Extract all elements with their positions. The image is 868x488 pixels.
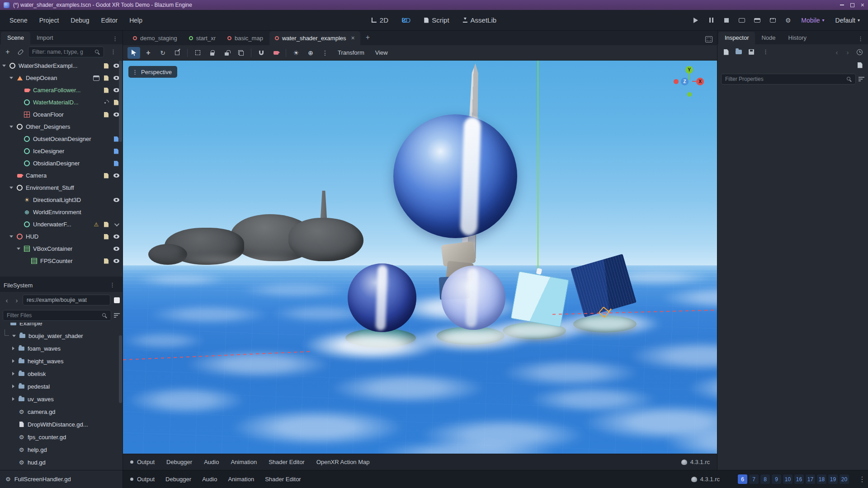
box-select-button[interactable] [191, 47, 204, 59]
visibility-eye-icon[interactable] [113, 258, 120, 265]
preview-environment-button[interactable]: ⊕ [304, 47, 317, 59]
file-row[interactable]: uv_waves [0, 393, 123, 405]
scene-node-row[interactable]: IceDesigner [0, 145, 123, 157]
filter-files-input[interactable] [3, 310, 111, 321]
file-row[interactable]: ⚙hud.gd [0, 456, 123, 469]
scene-node-row[interactable]: VBoxContainer [0, 243, 123, 255]
expand-arrow[interactable] [9, 187, 14, 189]
expand-arrow[interactable] [11, 359, 15, 363]
viewport-options-button[interactable]: ⋮ [319, 47, 331, 59]
3d-viewport[interactable]: ⋮ Perspective Y X Z [123, 61, 717, 454]
bottom-panel-tab-openxr-action-map[interactable]: OpenXR Action Map [316, 459, 370, 465]
menu-editor[interactable]: Editor [96, 14, 123, 26]
scene-tab-demo_staging[interactable]: demo_staging [127, 32, 183, 45]
tool-script-icon[interactable] [113, 160, 120, 167]
scale-tool-button[interactable] [171, 47, 184, 59]
page-button[interactable]: 17 [806, 474, 815, 484]
file-row[interactable]: DropWithDistance.gd... [0, 418, 123, 431]
bottom-panel-tab-shader-editor[interactable]: Shader Editor [269, 459, 305, 465]
page-button[interactable]: 20 [840, 474, 849, 484]
mode-assetlib[interactable]: AssetLib [458, 14, 501, 27]
expand-arrow[interactable] [2, 65, 6, 67]
property-options-icon[interactable] [859, 77, 864, 82]
tool-script-icon[interactable] [113, 148, 120, 155]
statusbar-tab-debugger[interactable]: Debugger [165, 476, 191, 483]
mode-2d[interactable]: 2D [367, 14, 393, 27]
x-axis-ball[interactable]: X [696, 78, 704, 85]
scene-node-row[interactable]: CameraFollower... [0, 84, 123, 96]
unlock-node-button[interactable] [220, 47, 233, 59]
expand-arrow[interactable] [16, 248, 21, 250]
statusbar-tab-audio[interactable]: Audio [202, 476, 217, 483]
file-row[interactable]: ⚙camera.gd [0, 405, 123, 418]
bottom-panel-tab-debugger[interactable]: Debugger [166, 459, 192, 465]
menu-debug[interactable]: Debug [66, 14, 94, 26]
scene-node-row[interactable]: WaterMaterialD... [0, 96, 123, 108]
file-row[interactable]: pedestal [0, 380, 123, 393]
expand-arrow[interactable] [11, 385, 15, 388]
instance-scene-button[interactable] [15, 47, 25, 57]
statusbar-options-button[interactable]: ⋮ [856, 470, 868, 488]
dock-options-button[interactable]: ⋮ [108, 34, 122, 44]
file-row[interactable]: boujie_water_shader [0, 329, 123, 342]
lock-node-button[interactable] [206, 47, 218, 59]
dock-options-button[interactable]: ⋮ [854, 34, 867, 44]
page-button[interactable]: 9 [772, 474, 781, 484]
scene-node-row[interactable]: Other_Designers [0, 121, 123, 133]
page-button[interactable]: 8 [760, 474, 770, 484]
history-button[interactable] [854, 47, 864, 57]
neg-x-axis-ball[interactable] [674, 79, 679, 84]
tab-history[interactable]: History [782, 32, 813, 44]
visibility-eye-icon[interactable] [113, 245, 120, 253]
script-icon[interactable] [103, 172, 110, 179]
scene-tab-start_xr[interactable]: start_xr [184, 32, 221, 45]
menu-help[interactable]: Help [124, 14, 147, 26]
filesystem-scrollbar[interactable] [119, 335, 122, 403]
renderer-dropdown[interactable]: Default ▾ [832, 15, 863, 26]
script-icon[interactable] [103, 62, 110, 70]
script-icon[interactable] [103, 111, 110, 118]
menu-scene[interactable]: Scene [5, 14, 33, 26]
view-menu[interactable]: View [371, 47, 392, 58]
load-resource-button[interactable] [734, 47, 744, 57]
script-panel-item[interactable]: ⚙ FullScreenHandler.gd [0, 470, 123, 488]
scene-tab-basic_map[interactable]: basic_map [222, 32, 269, 45]
remote-debug-button[interactable] [736, 15, 748, 26]
resource-options-button[interactable]: ⋮ [759, 47, 772, 57]
statusbar-tab-animation[interactable]: Animation [228, 476, 254, 483]
neg-y-axis-ball[interactable] [687, 92, 692, 97]
scene-node-row[interactable]: ObsidianDesigner [0, 157, 123, 169]
scene-node-row[interactable]: DeepOcean [0, 72, 123, 84]
tab-inspector[interactable]: Inspector [718, 32, 755, 44]
expand-arrow[interactable] [9, 77, 14, 79]
history-forward-button[interactable]: › [844, 47, 852, 57]
scene-tree-options-button[interactable]: ⋮ [107, 47, 120, 57]
expand-arrow[interactable] [11, 347, 15, 350]
mode-3d[interactable]: 3D [397, 14, 415, 27]
scene-node-row[interactable]: Environment_Stuff [0, 182, 123, 194]
scene-node-row[interactable]: Camera [0, 169, 123, 182]
save-resource-button[interactable] [746, 47, 756, 57]
scene-tree-scrollbar[interactable] [119, 61, 122, 142]
move-tool-button[interactable]: + [142, 47, 155, 59]
sort-files-icon[interactable] [114, 313, 120, 318]
history-back-button[interactable]: ‹ [833, 47, 841, 57]
expand-viewport-button[interactable] [705, 36, 712, 42]
scene-node-row[interactable]: UnderwaterF...⚠ [0, 218, 123, 230]
expand-arrow[interactable] [9, 235, 14, 238]
file-row[interactable]: obelisk [0, 367, 123, 380]
script-icon[interactable] [103, 87, 110, 94]
open-docs-button[interactable] [854, 60, 865, 70]
rotate-tool-button[interactable]: ↻ [156, 47, 169, 59]
maximize-button[interactable] [850, 3, 854, 7]
expand-arrow[interactable] [11, 372, 15, 375]
perspective-menu[interactable]: ⋮ Perspective [128, 66, 177, 78]
axis-gizmo[interactable]: Y X Z [673, 65, 707, 99]
script-icon[interactable] [103, 221, 110, 228]
play-button[interactable] [690, 15, 702, 26]
page-button[interactable]: 16 [794, 474, 804, 484]
bottom-panel-tab-animation[interactable]: Animation [231, 459, 257, 465]
bottom-panel-tab-audio[interactable]: Audio [204, 459, 219, 465]
filesystem-options-button[interactable]: ⋮ [106, 280, 119, 291]
page-button[interactable]: 10 [783, 474, 793, 484]
